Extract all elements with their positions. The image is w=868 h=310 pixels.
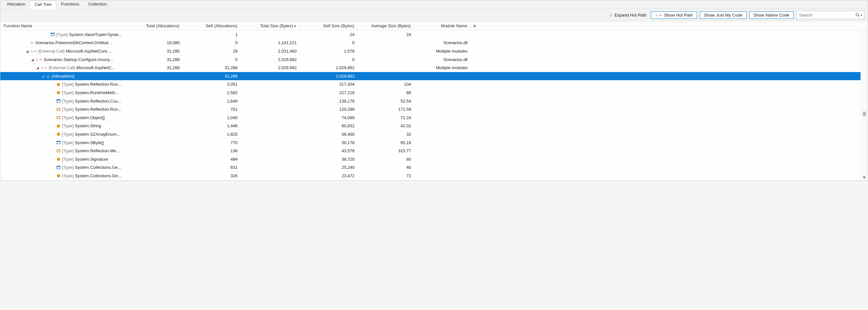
function-name-text: System.ValueTuple<Syste... [69,32,122,37]
table-row[interactable]: [Type] System.String1,44860,83242.01 [0,122,861,131]
cell-self-size-bytes: 60,832 [300,123,358,128]
class-icon [56,157,61,161]
table-row[interactable]: [Type] System.Collections.Ge...63125,240… [0,164,861,172]
col-total-allocations[interactable]: Total (Allocations) [125,22,183,30]
cell-self-size-bytes: 58,400 [300,132,358,137]
scroll-down-button[interactable]: ⮟ [861,174,868,180]
table-row[interactable]: [Type] System.Collections.Ge...32623,472… [0,172,861,180]
function-name-text: System.SByte[] [75,140,104,145]
cell-function-name: [Type] System.Object[] [0,115,125,120]
name-prefix: [Type] [62,140,73,145]
col-average-size-bytes[interactable]: Average Size (Bytes) [358,22,414,30]
function-name-text: System.Object[] [75,115,105,120]
class-icon [56,90,61,95]
table-row[interactable]: ◢♨⇢[External Call] Microsoft.AspNetC...3… [0,64,861,72]
cell-self-size-bytes: 24 [300,32,358,37]
table-row[interactable]: ◢♨⇢Scenarios.Startup.Configure.Anony...3… [0,56,861,64]
cell-self-allocations: 631 [183,165,241,170]
flame-icon: ♨ [609,13,613,17]
col-function-name[interactable]: Function Name [0,22,125,30]
cell-average-size-bytes: 40 [358,165,414,170]
table-row[interactable]: [Type] System.SByte[]77050,17665.16 [0,139,861,147]
col-total-size-bytes[interactable]: Total Size (Bytes)▼ [241,22,300,30]
hot-path-icon: ♨⇢ [41,66,47,70]
cell-function-name: [Type] System.RuntimeMeth... [0,90,125,95]
cell-self-size-bytes: 43,576 [300,148,358,153]
cell-function-name: [Type] System.ValueTuple<Syste... [0,32,125,37]
cell-average-size-bytes: 88 [358,90,414,95]
table-row[interactable]: [Type] System.RuntimeMeth...2,582227,216… [0,89,861,97]
tree-expander[interactable]: ◢ [31,58,34,61]
tab-collection[interactable]: Collection [84,0,112,8]
cell-self-allocations: 138 [183,148,241,153]
cell-total-allocations: 31,266 [125,57,183,62]
table-row[interactable]: [Type] System.Reflection.Run...3,051317,… [0,80,861,89]
table-row[interactable]: [Type] System.Reflection.Run...701120,28… [0,105,861,114]
function-name-text: System.Signature [75,157,108,162]
cell-module-name: Multiple modules [414,65,471,70]
cell-function-name: ◢♨⇢[External Call] Microsoft.AspNetC... [0,65,125,70]
cell-self-allocations: 1,448 [183,123,241,128]
vertical-scrollbar[interactable]: ⮟ [861,31,868,180]
table-row[interactable]: [Type] System.Object[]1,04074,08871.24 [0,114,861,122]
cell-self-allocations: 701 [183,107,241,112]
table-row[interactable]: [Type] System.ValueTuple<Syste...12424 [0,31,861,39]
show-hot-path-button[interactable]: ♨⇢ Show Hot Path [651,11,697,19]
grid: [Type] System.ValueTuple<Syste...12424▷S… [0,31,868,180]
cell-self-size-bytes: 120,288 [300,107,358,112]
function-name-text: System.Collections.Ge... [75,165,121,170]
class-icon [56,124,61,128]
function-name-text: System.RuntimeMeth... [75,90,119,95]
name-prefix: [External Call] [38,49,65,54]
cell-average-size-bytes: 65.16 [358,140,414,145]
cell-module-name: Scenarios.dll [414,40,471,45]
cell-self-size-bytes: 317,304 [300,82,358,87]
table-row[interactable]: [Type] System.SZArrayEnum...1,82558,4003… [0,130,861,139]
cell-function-name: [Type] System.Reflection.Run... [0,82,125,87]
col-self-size-bytes[interactable]: Self Size (Bytes) [300,22,358,30]
cell-average-size-bytes: 72 [358,173,414,178]
tree-expander[interactable]: ◿ [41,74,44,78]
cell-self-allocations: 1,825 [183,132,241,137]
tab-call-tree[interactable]: Call Tree [30,0,56,9]
cell-average-size-bytes: 104 [358,82,414,87]
tab-functions[interactable]: Functions [56,0,84,8]
svg-rect-18 [57,166,60,167]
search-input[interactable] [799,13,855,18]
expand-hot-path-label: Expand Hot Path [615,13,646,18]
table-row[interactable]: ◢♨⇢[External Call] Microsoft.AspNetCore.… [0,47,861,56]
name-prefix: [Type] [62,157,73,162]
show-native-code-button[interactable]: Show Native Code [749,11,794,19]
table-row[interactable]: [Type] System.Reflection.Me...13843,5763… [0,147,861,155]
function-name-text: Scenarios.PokemonDbContext.OnMod... [35,40,112,45]
table-row[interactable]: ◿♨[Allocations]31,2662,029,882 [0,72,861,80]
show-just-my-code-button[interactable]: Show Just My Code [700,11,747,19]
tree-expander[interactable]: ◢ [26,49,29,53]
search-box[interactable]: ▾ [796,11,864,19]
chevron-up-icon: ⮝ [473,24,476,28]
table-row[interactable]: ▷Scenarios.PokemonDbContext.OnMod...18,0… [0,39,861,47]
tab-allocation[interactable]: Allocation [2,0,30,8]
cell-average-size-bytes: 52.54 [358,99,414,104]
cell-total-size-bytes: 1,141,211 [241,40,300,45]
col-self-allocations[interactable]: Self (Allocations) [183,22,241,30]
tree-expander[interactable]: ◢ [36,66,39,69]
chevron-down-icon[interactable]: ▾ [861,13,862,17]
tree-expander[interactable]: ▷ [31,41,34,44]
expand-hot-path-link[interactable]: ♨ Expand Hot Path [609,13,646,18]
cell-self-allocations: 484 [183,157,241,162]
cell-function-name: ◢♨⇢[External Call] Microsoft.AspNetCore.… [0,49,125,54]
cell-self-allocations: 0 [183,40,241,45]
cell-total-allocations: 31,266 [125,65,183,70]
col-module-name[interactable]: Module Name [414,22,471,30]
flame-path-icon: ♨⇢ [655,13,661,17]
scroll-up-header[interactable]: ⮝ [471,22,478,30]
name-prefix: [External Call] [49,65,75,70]
function-name-text: Scenarios.Startup.Configure.Anony... [43,57,113,62]
hot-path-icon: ♨⇢ [30,49,36,53]
scroll-thumb[interactable] [863,112,866,116]
table-row[interactable]: [Type] System.Signature48438,72080 [0,155,861,164]
table-row[interactable]: [Type] System.Reflection.Cus...2,649139,… [0,97,861,105]
array-icon [56,107,61,112]
toolbar: ♨ Expand Hot Path ♨⇢ Show Hot Path Show … [0,9,868,22]
